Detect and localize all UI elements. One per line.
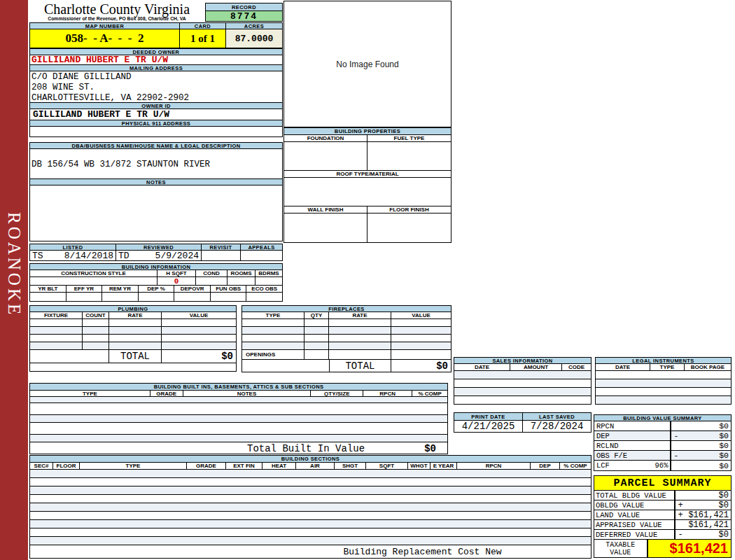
- foundation-value: [284, 141, 368, 171]
- parcel-label: DEFERRED VALUE: [594, 529, 676, 540]
- built-ins-table: BUILDING BUILT INS, BASEMENTS, ATTICS & …: [29, 383, 448, 454]
- built-ins-empty-row: [29, 422, 448, 435]
- review-value-row: TS 8/14/2018 TD 5/9/2024: [29, 250, 283, 261]
- bs-floor-label: FLOOR: [52, 462, 80, 470]
- mailing-line-1: C/O DIANE GILLILAND: [31, 72, 282, 83]
- building-information: BUILDING INFORMATION CONSTRUCTION STYLE …: [29, 263, 283, 302]
- parcel-label: TOTAL BLDG VALUE: [594, 490, 676, 500]
- sales-information-table: SALES INFORMATION DATE AMOUNT CODE: [454, 357, 592, 405]
- fireplaces-total-row: TOTAL $0: [241, 359, 451, 372]
- bvs-label-text: LCF: [596, 461, 610, 470]
- bvs-label-text: DEP: [596, 432, 610, 440]
- legal-description: DB 156/54 WB 31/872 STAUNTON RIVER: [29, 148, 283, 179]
- mailing-address-block: C/O DIANE GILLILAND 208 WINE ST. CHARLOT…: [29, 71, 283, 103]
- bvs-value-cell: - $0: [671, 450, 732, 461]
- fuel-type-value: [367, 141, 451, 171]
- sales-header-row: DATE AMOUNT CODE: [454, 363, 592, 371]
- map-card-acres-table: MAP NUMBER CARD ACRES 058- - A- - - 2 1 …: [29, 22, 283, 48]
- fun-obs-value: [210, 292, 247, 302]
- fireplaces-openings-label: OPENINGS: [241, 349, 304, 360]
- bs-shgt-label: SHGT: [334, 462, 366, 470]
- bs-sec-label: SEC#: [29, 462, 53, 470]
- built-ins-total-row: Total Built In Value $0: [29, 442, 448, 454]
- bs-rpcn-label: RPCN: [456, 462, 531, 470]
- bs-air-label: AIR: [295, 462, 335, 470]
- bvs-label: RCLND: [594, 440, 671, 451]
- built-ins-type-label: TYPE: [29, 390, 150, 397]
- parcel-value-cell: $0: [675, 490, 732, 500]
- building-sections-header-row: SEC# FLOOR TYPE GRADE EXT FIN HEAT AIR S…: [29, 462, 592, 470]
- empty-cell: [328, 349, 391, 360]
- parcel-value-cell: + $161,421: [675, 510, 732, 520]
- bvs-value: $0: [719, 451, 729, 460]
- empty-cell: [391, 349, 451, 360]
- review-table: LISTED REVIEWED REVISIT APPEALS TS 8/14/…: [29, 244, 283, 261]
- parcel-row: APPRAISED VALUE $161,421: [594, 519, 732, 530]
- legal-bookpage-label: BOOK PAGE: [684, 363, 732, 371]
- bvs-label: LCF 96%: [594, 460, 671, 471]
- fireplaces-table: FIREPLACES TYPE QTY RATE VALUE OPENINGS …: [241, 305, 451, 372]
- parcel-operator: +: [678, 510, 682, 520]
- rem-yr-value: [102, 292, 139, 302]
- reviewed-value: TD 5/9/2024: [115, 250, 202, 261]
- notes-box: [29, 185, 283, 241]
- dep-pct-value: [138, 292, 175, 302]
- map-value-row: 058- - A- - - 2 1 of 1 87.0000: [29, 29, 283, 48]
- built-ins-grade-label: GRADE: [150, 390, 183, 397]
- no-image-message: No Image Found: [336, 59, 398, 69]
- bvs-label-extra: 96%: [655, 461, 668, 470]
- building-properties-table: BUILDING PROPERTIES FOUNDATION FUEL TYPE…: [284, 127, 451, 243]
- bvs-row: OBS F/E - $0: [594, 450, 732, 461]
- bvs-value-cell: $0: [671, 421, 732, 431]
- region-sidebar: ROANOKE: [0, 0, 28, 560]
- built-ins-qty-size-label: QTY/SIZE: [310, 390, 363, 397]
- bvs-value: $0: [719, 461, 729, 470]
- revisit-value: [201, 250, 241, 261]
- built-ins-total-value: $0: [424, 443, 436, 454]
- bvs-row: RPCN $0: [594, 421, 732, 431]
- taxable-value-amount: $161,421: [648, 539, 732, 558]
- built-ins-header-row: TYPE GRADE NOTES QTY/SIZE RPCN % COMP: [29, 390, 448, 397]
- dates-table: PRINT DATE LAST SAVED 4/21/2025 7/28/202…: [454, 412, 592, 433]
- parcel-value-cell: - $0: [675, 529, 732, 540]
- parcel-row: DEFERRED VALUE - $0: [594, 529, 732, 540]
- legal-empty-row: [595, 396, 732, 405]
- bvs-value-cell: $0: [671, 460, 732, 471]
- bvs-row: RCLND $0: [594, 440, 732, 451]
- bvs-operator: -: [673, 451, 678, 460]
- parcel-value-cell: $161,421: [675, 519, 732, 530]
- plumbing-total-row: TOTAL $0: [29, 349, 237, 363]
- parcel-row: LAND VALUE + $161,421: [594, 510, 732, 520]
- yr-blt-value: [29, 292, 66, 302]
- parcel-label: APPRAISED VALUE: [594, 519, 676, 530]
- bs-extfin-label: EXT FIN: [225, 462, 262, 470]
- fireplaces-openings-row: OPENINGS: [241, 349, 451, 360]
- parcel-row: TOTAL BLDG VALUE $0: [594, 490, 732, 500]
- bvs-value: $0: [719, 441, 729, 450]
- deeded-owner-value: GILLILAND HUBERT E TR U/W: [29, 55, 283, 65]
- roof-type-value: [284, 177, 451, 206]
- dates-value-row: 4/21/2025 7/28/2024: [454, 420, 592, 433]
- bs-heat-label: HEAT: [262, 462, 296, 470]
- record-number: 8774: [205, 10, 283, 22]
- region-label: ROANOKE: [4, 212, 24, 317]
- taxable-value-label: TAXABLE VALUE: [594, 539, 648, 558]
- parcel-value: $161,421: [688, 510, 729, 520]
- bs-grade-label: GRADE: [186, 462, 226, 470]
- eff-yr-value: [66, 292, 103, 302]
- empty-cell: [29, 349, 109, 363]
- parcel-value: $0: [719, 530, 729, 540]
- parcel-operator: -: [678, 530, 682, 540]
- appeals-value: [240, 250, 283, 261]
- bvs-operator: -: [673, 431, 678, 440]
- reviewed-date: 5/9/2024: [155, 251, 199, 261]
- card-value: 1 of 1: [179, 29, 226, 48]
- wall-floor-body: [284, 213, 451, 243]
- reviewed-by: TD: [118, 251, 130, 261]
- floor-finish-value: [367, 213, 451, 243]
- building-sections-footer-row: Building Replacement Cost New: [29, 545, 592, 559]
- empty-cell: [304, 349, 329, 360]
- foundation-fuel-body: [284, 141, 451, 171]
- parcel-summary-table: PARCEL SUMMARY TOTAL BLDG VALUE $0 OBLDG…: [594, 475, 732, 558]
- bs-sqft-label: SQFT: [365, 462, 408, 470]
